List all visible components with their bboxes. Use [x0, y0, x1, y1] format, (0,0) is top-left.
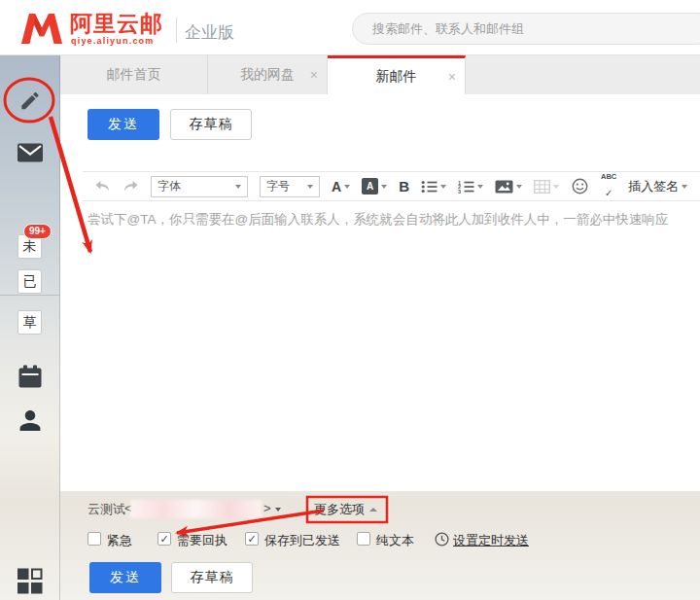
chevron-down-icon — [307, 185, 313, 189]
chevron-up-icon — [369, 508, 377, 512]
apps-grid-icon[interactable] — [17, 568, 43, 594]
font-color-button[interactable]: A — [332, 179, 350, 194]
highlight-a: A — [362, 178, 378, 194]
svg-text:3: 3 — [458, 189, 461, 194]
folder-label: 未 — [23, 238, 37, 256]
tab-label: 新邮件 — [376, 68, 417, 86]
urgent-checkbox[interactable] — [88, 532, 101, 546]
save-to-sent-label: 保存到已发送 — [264, 532, 340, 549]
bold-b: B — [399, 178, 409, 194]
tab-my-drive[interactable]: 我的网盘 — [208, 55, 328, 94]
insert-table-button[interactable] — [534, 180, 559, 194]
undo-icon[interactable] — [94, 179, 111, 194]
calendar-icon[interactable] — [18, 365, 42, 388]
close-icon[interactable] — [448, 70, 456, 84]
sender-name: 云测试 — [88, 501, 125, 518]
tab-new-mail[interactable]: 新邮件 — [328, 55, 466, 94]
close-icon[interactable] — [310, 68, 318, 82]
chevron-down-icon — [553, 185, 559, 189]
more-options-label: 更多选项 — [314, 501, 365, 518]
brand-divider — [176, 18, 177, 43]
contacts-icon[interactable] — [18, 408, 42, 433]
sender-dropdown-icon[interactable] — [275, 508, 281, 512]
plain-text-checkbox[interactable] — [357, 532, 370, 546]
numbered-list-button[interactable]: 1 2 3 — [458, 180, 483, 194]
save-draft-button[interactable]: 存草稿 — [170, 109, 252, 140]
bold-button[interactable]: B — [399, 178, 409, 194]
insert-signature-button[interactable]: 插入签名 — [628, 178, 687, 195]
chevron-down-icon — [440, 185, 446, 189]
unread-count-badge: 99+ — [23, 224, 52, 239]
save-to-sent-checkbox[interactable]: ✓ — [245, 532, 259, 546]
font-color-a: A — [332, 179, 341, 194]
emoji-icon[interactable] — [571, 177, 589, 195]
chevron-down-icon — [235, 185, 241, 189]
redo-icon[interactable] — [122, 179, 139, 194]
insert-image-button[interactable] — [495, 180, 522, 194]
clock-icon — [435, 532, 449, 547]
read-receipt-label: 需要回执 — [177, 532, 228, 549]
font-size-value: 字号 — [266, 178, 290, 194]
redacted-email — [130, 500, 262, 518]
brand-domain: qiye.aliyun.com — [71, 36, 155, 46]
font-family-select[interactable]: 字体 — [151, 176, 248, 197]
chevron-down-icon — [477, 185, 483, 189]
brand-name: 阿里云邮 — [70, 9, 163, 39]
check-icon — [605, 184, 612, 199]
compose-panel — [60, 94, 700, 491]
chevron-down-icon — [682, 185, 687, 189]
edition-label: 企业版 — [185, 21, 234, 44]
sidebar-item-sent[interactable]: 已 — [18, 269, 42, 294]
tab-bar: 邮件首页 我的网盘 新邮件 — [60, 55, 700, 94]
sender-bracket-close: > — [263, 501, 271, 515]
highlight-color-button[interactable]: A — [362, 178, 387, 194]
format-toolbar: 字体 字号 A A B 1 2 3 — [83, 171, 700, 201]
urgent-label: 紧急 — [107, 532, 132, 549]
sidebar-divider — [0, 295, 59, 296]
chevron-down-icon — [516, 185, 522, 189]
chevron-down-icon — [381, 185, 387, 189]
font-size-select[interactable]: 字号 — [260, 176, 320, 197]
chevron-down-icon — [344, 185, 350, 189]
insert-signature-label: 插入签名 — [628, 178, 679, 195]
app-header: 阿里云邮 qiye.aliyun.com 企业版 — [0, 0, 700, 55]
aliyun-mail-m-logo-icon — [19, 10, 64, 47]
plain-text-label: 纯文本 — [376, 532, 414, 549]
search-box — [352, 13, 700, 45]
read-receipt-checkbox[interactable]: ✓ — [158, 532, 171, 546]
tab-label: 我的网盘 — [240, 66, 295, 84]
sidebar-item-draft[interactable]: 草 — [18, 310, 42, 335]
tab-label: 邮件首页 — [107, 66, 161, 84]
sidebar: 99+ 未 已 草 — [0, 55, 60, 600]
more-options-button[interactable]: 更多选项 — [314, 501, 377, 518]
folder-label: 已 — [23, 273, 37, 291]
send-button-bottom[interactable]: 发送 — [89, 562, 161, 593]
send-button[interactable]: 发送 — [88, 109, 159, 140]
mail-icon[interactable] — [17, 143, 43, 162]
tab-mail-home[interactable]: 邮件首页 — [60, 55, 208, 94]
spellcheck-button[interactable]: ABC — [601, 173, 616, 199]
spellcheck-abc: ABC — [601, 173, 616, 181]
search-input[interactable] — [353, 14, 700, 44]
bullet-list-button[interactable] — [421, 180, 446, 194]
mail-body-placeholder[interactable]: 尝试下@TA，你只需要在@后面输入联系人，系统就会自动将此人加到收件人中，一箭必… — [88, 211, 673, 229]
font-family-value: 字体 — [158, 178, 181, 194]
folder-label: 草 — [23, 314, 37, 332]
schedule-send-link[interactable]: 设置定时发送 — [453, 532, 529, 549]
compose-pencil-icon[interactable] — [18, 89, 41, 112]
save-draft-button-bottom[interactable]: 存草稿 — [171, 562, 253, 593]
